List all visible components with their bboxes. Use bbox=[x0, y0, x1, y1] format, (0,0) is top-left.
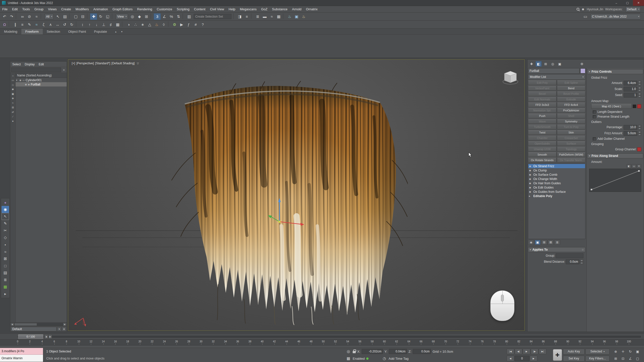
map-channel-swatch[interactable] bbox=[637, 104, 641, 108]
timeline-tick[interactable]: 32 bbox=[212, 340, 215, 343]
frizz-amount-input[interactable]: 5.0cm bbox=[624, 131, 637, 136]
explorer-preset-select[interactable]: Default bbox=[11, 327, 57, 331]
next-key-button[interactable]: ▶ bbox=[48, 334, 52, 339]
selection-set-select[interactable]: Selected▾ bbox=[585, 349, 610, 354]
maximize-button[interactable]: ▢ bbox=[622, 0, 633, 6]
horizontal-scrollbar[interactable]: ◀ ▶ bbox=[10, 322, 67, 326]
maximize-viewport-icon[interactable]: ▣ bbox=[634, 348, 641, 354]
ox-strand-clump-icon[interactable]: ∧ bbox=[47, 21, 54, 28]
add-outlier-channel-checkbox[interactable] bbox=[593, 137, 596, 141]
modifier-button[interactable]: Wave bbox=[528, 119, 556, 124]
ribbon-tab[interactable]: Freeform bbox=[21, 29, 43, 34]
ribbon-tab[interactable]: Selection bbox=[43, 29, 64, 34]
modifier-button[interactable]: FFD 3x3x3 bbox=[528, 102, 556, 107]
frizz-controls-rollout-header[interactable]: ▾ Frizz Controls bbox=[587, 69, 643, 74]
filter-groups-icon[interactable]: ⊞ bbox=[11, 105, 15, 110]
modifier-stack-item[interactable]: ◉Ox Surface Comb bbox=[528, 172, 585, 177]
timeline-tick[interactable]: 6 bbox=[54, 340, 55, 343]
separator[interactable] bbox=[112, 13, 114, 19]
ox-push-away-from-surface-icon[interactable]: ↑ bbox=[86, 21, 93, 28]
separator[interactable] bbox=[251, 13, 253, 19]
modifier-stack-item[interactable]: ◉Ox Guides from Surface bbox=[528, 190, 585, 194]
seed-input[interactable]: 1 bbox=[624, 93, 637, 98]
next-frame-button[interactable]: |▶ bbox=[531, 349, 538, 354]
modifier-button[interactable]: Edit Spline bbox=[557, 80, 585, 85]
applies-to-rollout-header[interactable]: ▾ Applies To ◇ bbox=[528, 247, 585, 252]
show-hair-icon[interactable]: ◉ bbox=[2, 206, 9, 213]
collapse-handle-icon[interactable]: ▸ bbox=[2, 290, 9, 297]
ornatrix-logo-icon[interactable]: Ω bbox=[1, 21, 8, 28]
current-frame-input[interactable] bbox=[515, 356, 529, 361]
timeline-tick[interactable]: 76 bbox=[481, 340, 484, 343]
remove-modifier-icon[interactable]: ⊠ bbox=[548, 240, 554, 245]
perspective-viewport[interactable]: [+][Perspective][Standard*][Default Shad… bbox=[68, 59, 525, 331]
timeline-tick[interactable]: 90 bbox=[566, 340, 569, 343]
modifier-visibility-icon[interactable]: ◉ bbox=[529, 182, 532, 185]
select-and-rotate-icon[interactable]: ↻ bbox=[97, 13, 104, 20]
next-frame-step-button[interactable]: ▶ bbox=[530, 356, 537, 361]
layers-tool-icon[interactable]: ≣ bbox=[2, 276, 9, 283]
modifier-button[interactable]: PathDeform (WSM) bbox=[557, 152, 585, 157]
scroll-thumb[interactable] bbox=[14, 323, 37, 326]
timeline-tick[interactable]: 34 bbox=[224, 340, 227, 343]
timeline-tick[interactable]: 30 bbox=[199, 340, 202, 343]
percentage-input[interactable]: 10.0 bbox=[624, 125, 637, 130]
timeline-tick[interactable]: 14 bbox=[102, 340, 105, 343]
filter-helpers-icon[interactable]: ✚ bbox=[11, 96, 15, 101]
blend-distance-spinner[interactable]: ▲▼ bbox=[580, 259, 583, 264]
timeline-tick[interactable]: 48 bbox=[310, 340, 312, 343]
modifier-button[interactable]: Bend bbox=[557, 86, 585, 91]
select-by-name-icon[interactable]: ▤ bbox=[61, 13, 68, 20]
menu-item[interactable]: Edit bbox=[37, 62, 46, 67]
bind-to-space-warp-icon[interactable]: ≈ bbox=[33, 13, 40, 20]
timeline-tick[interactable]: 20 bbox=[138, 340, 141, 343]
scene-search-input[interactable] bbox=[11, 68, 61, 72]
menu-item[interactable]: Help bbox=[226, 6, 238, 12]
modifier-button[interactable]: Extrude bbox=[557, 97, 585, 102]
workspace-select[interactable]: Default▾ bbox=[625, 7, 641, 12]
curve-editor-icon[interactable]: ≈ bbox=[268, 13, 275, 20]
timeline-tick[interactable]: 82 bbox=[517, 340, 520, 343]
timeline-tick[interactable]: 58 bbox=[371, 340, 374, 343]
modifier-visibility-icon[interactable]: ◉ bbox=[529, 178, 532, 180]
play-button[interactable]: ▶ bbox=[523, 349, 530, 354]
separator[interactable] bbox=[183, 13, 185, 19]
minimize-viewport-icon[interactable]: ▢ bbox=[634, 355, 641, 361]
separator[interactable] bbox=[76, 21, 78, 27]
modifier-button[interactable]: CreaseSet bbox=[557, 135, 585, 141]
object-name-input[interactable]: FurBall bbox=[528, 68, 580, 74]
modifier-visibility-icon[interactable]: ◉ bbox=[529, 191, 532, 193]
cut-tool-icon[interactable]: ✂ bbox=[2, 227, 9, 234]
modifier-button[interactable]: Normalize Spl. bbox=[528, 108, 556, 113]
modifier-visibility-icon[interactable]: ◉ bbox=[529, 165, 532, 167]
ox-braid-guides-icon[interactable]: ♯ bbox=[107, 21, 114, 28]
filter-xrefs-icon[interactable]: ⇄ bbox=[11, 110, 15, 114]
menu-item[interactable]: Create bbox=[59, 6, 73, 12]
modify-tab-icon[interactable]: ◧ bbox=[536, 61, 542, 67]
timeline-tick[interactable]: 98 bbox=[615, 340, 618, 343]
minimize-button[interactable]: – bbox=[611, 0, 622, 6]
modifier-button[interactable]: Bevel bbox=[528, 91, 556, 96]
timeline-tick[interactable]: 62 bbox=[395, 340, 398, 343]
ribbon-minimize-icon[interactable]: ▴ bbox=[113, 29, 118, 34]
menu-item[interactable]: Select bbox=[10, 62, 23, 67]
timeline-tick[interactable]: 10 bbox=[77, 340, 80, 343]
ox-strand-gravity-icon[interactable]: ↓ bbox=[93, 21, 100, 28]
timeline-tick[interactable]: 86 bbox=[542, 340, 545, 343]
zoom-icon[interactable]: ⊕ bbox=[612, 348, 619, 354]
filter-cameras-icon[interactable]: ▣ bbox=[11, 92, 15, 96]
ox-strand-length-icon[interactable]: ↕ bbox=[79, 21, 86, 28]
previous-key-button[interactable]: ◀ bbox=[44, 334, 48, 339]
ox-moov-physics-icon[interactable]: ⚙ bbox=[171, 21, 178, 28]
modifier-button[interactable]: OpenSubdiv bbox=[528, 141, 556, 146]
timeline-tick[interactable]: 0 bbox=[17, 340, 18, 343]
go-to-end-button[interactable]: ▶| bbox=[539, 349, 546, 354]
timeline-tick[interactable]: 2 bbox=[29, 340, 31, 343]
add-time-tag-label[interactable]: Add Time Tag bbox=[389, 357, 409, 360]
user-name[interactable]: Hyunsuk.Jin bbox=[587, 8, 603, 11]
project-path-select[interactable]: C:\Users\JI...ds Max 2022▾ bbox=[590, 14, 641, 19]
previous-frame-button[interactable]: ◀| bbox=[515, 349, 522, 354]
display-tab-icon[interactable]: ▣ bbox=[557, 61, 563, 67]
scroll-right-icon[interactable]: ▶ bbox=[63, 323, 67, 326]
ox-animation-cache-icon[interactable]: ▶ bbox=[178, 21, 185, 28]
